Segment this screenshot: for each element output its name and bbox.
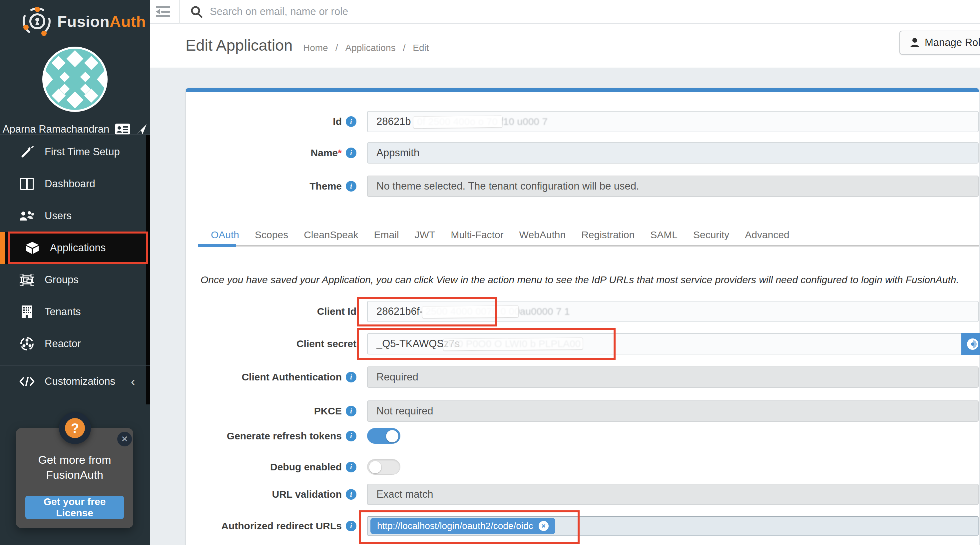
url-validation-value: Exact match <box>367 484 978 505</box>
info-icon[interactable]: i <box>346 489 356 500</box>
sidebar-item-groups[interactable]: Groups <box>0 264 150 296</box>
search-input[interactable] <box>210 6 676 18</box>
chevron-left-icon: ‹ <box>131 375 135 388</box>
chip-remove-icon[interactable]: ✕ <box>539 521 549 531</box>
applications-cube-icon <box>25 241 40 255</box>
sidebar-divider <box>0 365 150 366</box>
locale-send-icon[interactable] <box>136 124 147 135</box>
reactor-icon <box>19 337 35 351</box>
sidebar-item-label: Tenants <box>45 306 81 318</box>
debug-enabled-label: Debug enabled i <box>186 461 356 473</box>
tab-registration[interactable]: Registration <box>581 229 635 241</box>
get-free-license-button[interactable]: Get your free License <box>25 496 124 519</box>
application-form-card: Id i 0f 2500 400o o 70 f10 u000 7 Name* … <box>186 88 978 545</box>
theme-value: No theme selected. The tenant configurat… <box>367 175 978 197</box>
sidebar-item-applications[interactable]: Applications <box>0 232 150 264</box>
tab-scopes[interactable]: Scopes <box>255 229 288 241</box>
sidebar-scrollbar[interactable] <box>146 135 150 405</box>
debug-enabled-toggle[interactable] <box>367 459 400 475</box>
tab-multi-factor[interactable]: Multi-Factor <box>451 229 503 241</box>
sidebar-item-reactor[interactable]: Reactor <box>0 328 150 360</box>
tab-cleanspeak[interactable]: CleanSpeak <box>304 229 358 241</box>
info-icon[interactable]: i <box>346 431 356 441</box>
sidebar-item-users[interactable]: Users <box>0 200 150 232</box>
search-icon <box>191 6 202 18</box>
sidebar-item-first-time-setup[interactable]: First Time Setup <box>0 136 150 168</box>
dashboard-icon <box>19 178 35 190</box>
breadcrumb-applications[interactable]: Applications <box>345 43 395 53</box>
users-icon <box>19 210 35 222</box>
info-icon[interactable]: i <box>346 181 356 191</box>
tab-security[interactable]: Security <box>693 229 729 241</box>
sidebar-item-label: Users <box>45 210 72 222</box>
topbar <box>150 0 980 24</box>
info-icon[interactable]: i <box>346 372 356 382</box>
tenants-building-icon <box>19 305 35 319</box>
sidebar-item-label: Applications <box>50 242 106 254</box>
tab-underline-active <box>198 244 236 247</box>
client-id-input[interactable] <box>367 301 978 322</box>
contact-card-icon[interactable] <box>115 124 130 135</box>
sidebar-item-label: Groups <box>45 274 79 286</box>
collapse-sidebar-icon[interactable] <box>156 6 170 18</box>
authorized-redirect-urls-field[interactable]: http://localhost/login/oauth2/code/oidc … <box>367 516 978 535</box>
tab-saml[interactable]: SAML <box>650 229 678 241</box>
tab-webauthn[interactable]: WebAuthn <box>519 229 566 241</box>
promo-title: Get more from FusionAuth <box>16 453 133 482</box>
tab-advanced[interactable]: Advanced <box>745 229 789 241</box>
client-secret-input[interactable] <box>367 333 978 354</box>
fusionauth-admin-screen: FusionAuth <box>0 0 980 545</box>
pkce-label: PKCE i <box>186 405 356 417</box>
groups-icon <box>19 274 35 286</box>
brand-wordmark: FusionAuth <box>57 12 146 31</box>
sidebar-item-customizations[interactable]: Customizations ‹ <box>0 368 150 395</box>
id-label: Id i <box>186 116 356 127</box>
sidebar-item-label: Customizations <box>45 375 115 387</box>
client-authentication-label: Client Authentication i <box>186 371 356 383</box>
magic-wand-icon <box>19 145 35 159</box>
redirect-url-chip: http://localhost/login/oauth2/code/oidc … <box>371 518 555 534</box>
person-icon <box>910 38 920 48</box>
client-secret-label: Client secret <box>186 338 356 349</box>
sidebar-item-dashboard[interactable]: Dashboard <box>0 168 150 200</box>
topbar-divider <box>179 0 180 24</box>
sidebar-item-tenants[interactable]: Tenants <box>0 296 150 328</box>
reveal-secret-button[interactable] <box>961 333 980 355</box>
avatar[interactable] <box>41 46 108 113</box>
id-input[interactable] <box>367 111 978 132</box>
tab-jwt[interactable]: JWT <box>415 229 435 241</box>
manage-roles-label: Manage Roles <box>925 37 980 49</box>
sidebar-item-label: Reactor <box>45 338 81 350</box>
tab-email[interactable]: Email <box>374 229 399 241</box>
info-icon[interactable]: i <box>346 521 356 531</box>
user-row: Aparna Ramachandran <box>0 123 150 135</box>
promo-close-icon[interactable]: ✕ <box>117 432 132 446</box>
breadcrumb-separator: / <box>336 43 338 53</box>
breadcrumb-home[interactable]: Home <box>303 43 328 53</box>
breadcrumb: Home / Applications / Edit <box>303 43 429 53</box>
tab-underline-track <box>236 245 978 247</box>
oauth-note: Once you have saved your Application, yo… <box>200 274 967 285</box>
breadcrumb-edit: Edit <box>413 43 429 53</box>
client-authentication-value: Required <box>367 367 978 388</box>
authorized-redirect-urls-label: Authorized redirect URLs i <box>186 520 356 532</box>
info-icon[interactable]: i <box>346 406 356 416</box>
manage-roles-button[interactable]: Manage Roles <box>899 31 980 55</box>
page-title: Edit Application <box>186 36 293 54</box>
url-validation-label: URL validation i <box>186 489 356 500</box>
sidebar-item-label: First Time Setup <box>45 146 120 158</box>
oauth-tabs: OAuth Scopes CleanSpeak Email JWT Multi-… <box>211 228 789 242</box>
pkce-value: Not required <box>367 400 978 422</box>
info-icon[interactable]: i <box>346 116 356 127</box>
content-area: Id i 0f 2500 400o o 70 f10 u000 7 Name* … <box>150 68 980 545</box>
generate-refresh-tokens-label: Generate refresh tokens i <box>186 430 356 442</box>
name-input[interactable] <box>367 142 978 164</box>
info-icon[interactable]: i <box>346 462 356 472</box>
brand-logo[interactable]: FusionAuth <box>22 6 146 37</box>
fusionauth-orbit-logo-icon <box>22 6 52 37</box>
tab-oauth[interactable]: OAuth <box>211 229 239 241</box>
generate-refresh-tokens-toggle[interactable] <box>367 428 400 444</box>
name-label: Name* i <box>186 147 356 159</box>
redirect-url-chip-label: http://localhost/login/oauth2/code/oidc <box>377 521 533 531</box>
info-icon[interactable]: i <box>346 148 356 158</box>
